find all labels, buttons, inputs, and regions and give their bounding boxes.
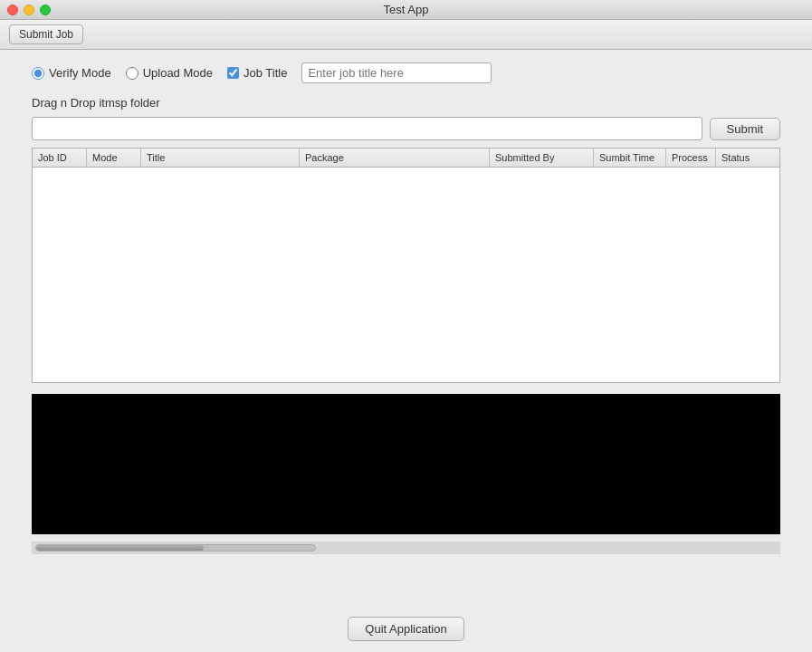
col-mode: Mode: [87, 149, 141, 167]
quit-area: Quit Application: [0, 609, 812, 652]
col-process: Process: [666, 149, 716, 167]
quit-button[interactable]: Quit Application: [348, 617, 463, 641]
mode-row: Verify Mode Upload Mode Job Title: [32, 62, 780, 83]
submit-button[interactable]: Submit: [710, 118, 780, 140]
job-title-input[interactable]: [301, 62, 492, 83]
progress-track: [35, 544, 316, 551]
jobs-table: Job ID Mode Title Package Submitted By S…: [32, 148, 780, 383]
table-header: Job ID Mode Title Package Submitted By S…: [33, 149, 779, 168]
job-title-label: Job Title: [244, 66, 287, 80]
col-package: Package: [300, 149, 490, 167]
minimize-button[interactable]: [24, 5, 34, 15]
traffic-lights: [7, 5, 51, 15]
upload-mode-radio[interactable]: [126, 67, 139, 80]
verify-mode-radio-label[interactable]: Verify Mode: [32, 66, 111, 80]
verify-mode-label: Verify Mode: [49, 66, 111, 80]
main-content: Verify Mode Upload Mode Job Title Drag n…: [0, 50, 812, 609]
upload-mode-radio-label[interactable]: Upload Mode: [126, 66, 213, 80]
drop-row: Submit: [32, 117, 780, 140]
title-bar: Test App: [0, 0, 812, 20]
submit-job-toolbar-button[interactable]: Submit Job: [9, 24, 83, 44]
verify-mode-radio[interactable]: [32, 67, 44, 80]
col-submit-time: Sumbit Time: [594, 149, 666, 167]
progress-area: [32, 542, 780, 554]
col-title: Title: [141, 149, 300, 167]
toolbar: Submit Job: [0, 20, 812, 50]
drag-drop-label: Drag n Drop itmsp folder: [32, 96, 780, 110]
table-body: [33, 168, 779, 378]
window-title: Test App: [384, 3, 429, 16]
maximize-button[interactable]: [40, 5, 51, 15]
col-submitted-by: Submitted By: [490, 149, 594, 167]
col-job-id: Job ID: [33, 149, 87, 167]
upload-mode-label: Upload Mode: [143, 66, 213, 80]
console-area: [32, 394, 780, 534]
progress-fill: [36, 545, 204, 551]
job-title-checkbox-label[interactable]: Job Title: [227, 66, 287, 80]
close-button[interactable]: [7, 5, 18, 15]
job-title-checkbox[interactable]: [227, 67, 239, 79]
drop-zone-input[interactable]: [32, 117, 702, 140]
col-status: Status: [716, 149, 775, 167]
